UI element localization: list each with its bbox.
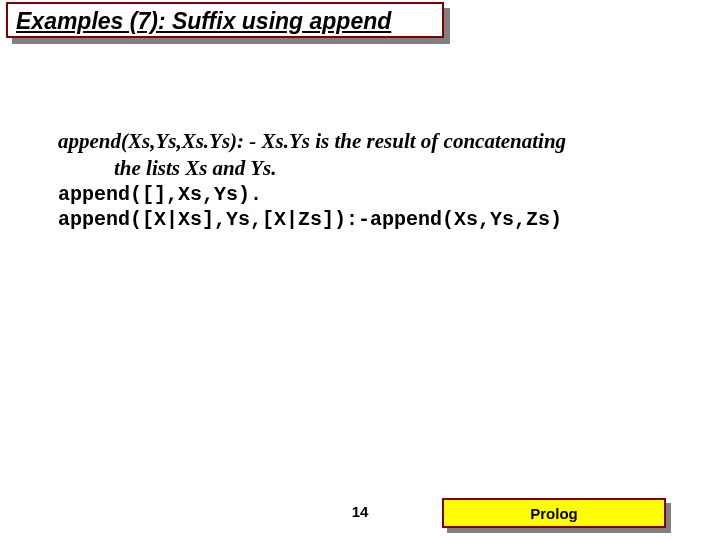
footer-label: Prolog xyxy=(530,505,578,522)
spec-line-2: the lists Xs and Ys. xyxy=(58,155,673,182)
spec-line-1: append(Xs,Ys,Xs.Ys): - Xs.Ys is the resu… xyxy=(58,128,673,155)
footer-box: Prolog xyxy=(442,498,666,528)
footer-container: Prolog xyxy=(442,498,666,528)
code-line-1: append([],Xs,Ys). xyxy=(58,182,673,208)
slide: Examples (7): Suffix using append append… xyxy=(0,0,720,540)
code-line-2: append([X|Xs],Ys,[X|Zs]):-append(Xs,Ys,Z… xyxy=(58,207,673,233)
slide-title: Examples (7): Suffix using append xyxy=(16,8,391,35)
title-container: Examples (7): Suffix using append xyxy=(6,2,444,38)
title-box: Examples (7): Suffix using append xyxy=(6,2,444,38)
slide-body: append(Xs,Ys,Xs.Ys): - Xs.Ys is the resu… xyxy=(58,128,673,233)
